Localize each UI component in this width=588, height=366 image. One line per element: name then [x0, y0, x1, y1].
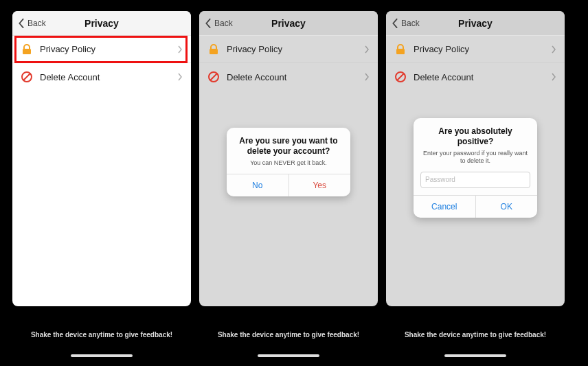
feedback-hint: Shake the device anytime to give feedbac…: [386, 331, 565, 339]
back-button[interactable]: Back: [392, 19, 420, 28]
no-button[interactable]: No: [227, 174, 289, 196]
lock-icon: [21, 43, 33, 56]
back-button[interactable]: Back: [18, 19, 46, 28]
row-label: Delete Account: [227, 72, 357, 82]
home-indicator: [258, 354, 319, 357]
dialog-title: Are you sure you want to delete your acc…: [227, 128, 350, 159]
dialog-buttons: No Yes: [227, 174, 350, 196]
confirm-delete-dialog: Are you sure you want to delete your acc…: [227, 128, 350, 196]
prohibited-icon: [21, 71, 33, 83]
chevron-left-icon: [18, 19, 25, 28]
home-indicator: [444, 354, 506, 357]
settings-list: Privacy Policy Delete Account: [12, 36, 191, 91]
privacy-policy-row[interactable]: Privacy Policy: [12, 36, 191, 63]
feedback-hint: Shake the device anytime to give feedbac…: [199, 331, 378, 339]
privacy-screen-3: Back Privacy Privacy Policy Delete Accou…: [386, 11, 565, 306]
delete-account-row[interactable]: Delete Account: [12, 63, 191, 91]
privacy-policy-row[interactable]: Privacy Policy: [199, 36, 378, 63]
svg-rect-3: [210, 49, 218, 54]
dialog-buttons: Cancel OK: [414, 195, 537, 218]
chevron-right-icon: [364, 73, 370, 81]
chevron-left-icon: [392, 19, 398, 28]
row-label: Delete Account: [40, 72, 170, 82]
home-indicator: [71, 354, 133, 357]
svg-line-5: [211, 74, 217, 80]
privacy-screen-1: Back Privacy Privacy Policy Delete Accou…: [12, 11, 191, 306]
page-title: Privacy: [271, 18, 306, 29]
svg-line-2: [24, 74, 30, 80]
password-field[interactable]: [420, 172, 530, 188]
privacy-policy-row[interactable]: Privacy Policy: [386, 36, 565, 63]
chevron-right-icon: [551, 73, 556, 81]
feedback-hint: Shake the device anytime to give feedbac…: [12, 331, 191, 339]
dialog-subtitle: You can NEVER get it back.: [227, 159, 350, 174]
prohibited-icon: [207, 71, 220, 83]
page-title: Privacy: [84, 18, 119, 29]
nav-bar: Back Privacy: [12, 11, 191, 36]
dialog-subtitle: Enter your password if you really want t…: [414, 150, 537, 172]
settings-list: Privacy Policy Delete Account: [199, 36, 378, 91]
back-label: Back: [27, 19, 46, 28]
svg-rect-6: [396, 49, 405, 54]
back-label: Back: [401, 19, 420, 28]
lock-icon: [207, 43, 220, 56]
row-label: Delete Account: [414, 72, 544, 82]
prohibited-icon: [394, 71, 407, 83]
chevron-right-icon: [177, 73, 183, 81]
chevron-right-icon: [551, 45, 556, 54]
row-label: Privacy Policy: [227, 44, 357, 54]
back-button[interactable]: Back: [205, 19, 233, 28]
back-label: Back: [214, 19, 233, 28]
chevron-left-icon: [205, 19, 212, 28]
cancel-button[interactable]: Cancel: [414, 196, 475, 218]
row-label: Privacy Policy: [40, 44, 170, 54]
svg-line-8: [398, 74, 404, 80]
ok-button[interactable]: OK: [475, 196, 538, 218]
delete-account-row[interactable]: Delete Account: [199, 63, 378, 91]
row-label: Privacy Policy: [414, 44, 544, 54]
password-confirm-dialog: Are you absolutely positive? Enter your …: [414, 118, 537, 218]
delete-account-row[interactable]: Delete Account: [386, 63, 565, 91]
dialog-title: Are you absolutely positive?: [414, 118, 537, 150]
settings-list: Privacy Policy Delete Account: [386, 36, 565, 91]
nav-bar: Back Privacy: [199, 11, 378, 36]
svg-rect-0: [23, 49, 31, 54]
chevron-right-icon: [177, 45, 183, 54]
lock-icon: [394, 43, 407, 56]
nav-bar: Back Privacy: [386, 11, 565, 36]
page-title: Privacy: [458, 18, 493, 29]
privacy-screen-2: Back Privacy Privacy Policy Delete Accou…: [199, 11, 378, 306]
chevron-right-icon: [364, 45, 370, 54]
yes-button[interactable]: Yes: [289, 174, 351, 196]
